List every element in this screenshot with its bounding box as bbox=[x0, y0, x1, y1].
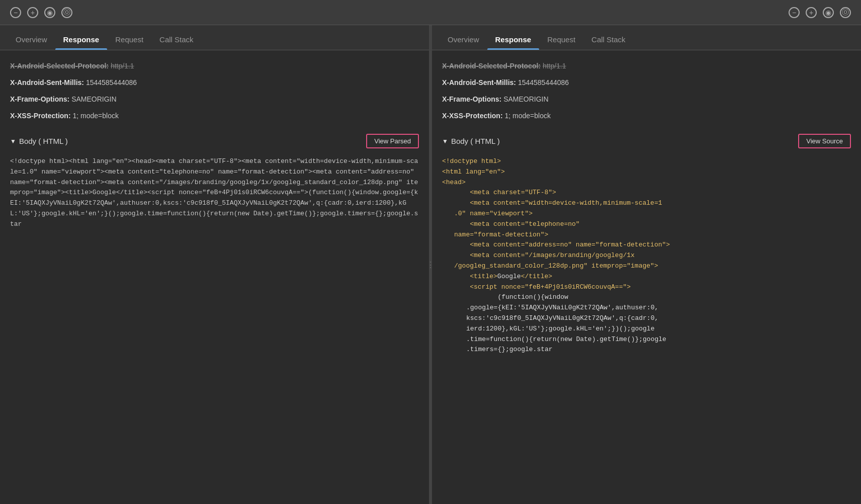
right-headers-section: X-Android-Selected-Protocol: http/1.1 X-… bbox=[442, 58, 851, 124]
right-window-controls: − + ◉ ⓞ bbox=[789, 7, 851, 18]
panel-divider[interactable] bbox=[429, 25, 432, 504]
left-panel: Overview Response Request Call Stack X-A… bbox=[0, 25, 429, 504]
left-raw-body: <!doctype html><html lang="en"><head><me… bbox=[10, 156, 419, 230]
right-tab-callstack[interactable]: Call Stack bbox=[583, 29, 634, 50]
right-body-title: ▼ Body ( HTML ) bbox=[442, 137, 500, 145]
parsed-line-5: <meta content="width=device-width,minimu… bbox=[442, 198, 851, 219]
right-stop-icon[interactable]: ◉ bbox=[823, 7, 834, 18]
parsed-line-10: <script nonce="feB+4Pj01s0iRCW6couvqA=="… bbox=[442, 282, 851, 293]
left-header-xss: X-XSS-Protection: 1; mode=block bbox=[10, 108, 419, 124]
parsed-line-8: <meta content="/images/branding/googleg/… bbox=[442, 250, 851, 272]
right-tab-request[interactable]: Request bbox=[539, 29, 583, 50]
parsed-line-2: <html lang="en"> bbox=[442, 167, 851, 178]
right-header-xss: X-XSS-Protection: 1; mode=block bbox=[442, 108, 851, 124]
right-header-frame-options: X-Frame-Options: SAMEORIGIN bbox=[442, 91, 851, 108]
right-header-protocol: X-Android-Selected-Protocol: http/1.1 bbox=[442, 58, 851, 74]
top-bar: − + ◉ ⓞ − + ◉ ⓞ bbox=[0, 0, 861, 25]
right-plus-icon[interactable]: + bbox=[806, 7, 817, 18]
left-tabs-bar: Overview Response Request Call Stack bbox=[0, 25, 429, 50]
left-tab-response[interactable]: Response bbox=[55, 29, 108, 50]
parsed-line-3: <head> bbox=[442, 178, 851, 188]
right-header-millis: X-Android-Sent-Millis: 1544585444086 bbox=[442, 74, 851, 91]
left-tab-callstack[interactable]: Call Stack bbox=[151, 29, 202, 50]
left-body-arrow: ▼ bbox=[10, 138, 16, 145]
right-parsed-body: <!doctype html> <html lang="en"> <head> … bbox=[442, 156, 851, 355]
parsed-line-9: <title>Google</title> bbox=[442, 272, 851, 282]
parsed-line-6: <meta content="telephone=no" name="forma… bbox=[442, 219, 851, 240]
right-body-header: ▼ Body ( HTML ) View Source bbox=[442, 132, 851, 150]
left-record-icon[interactable]: ⓞ bbox=[61, 7, 72, 18]
left-body-title: ▼ Body ( HTML ) bbox=[10, 137, 68, 145]
right-tab-response[interactable]: Response bbox=[487, 29, 540, 50]
right-body-arrow: ▼ bbox=[442, 138, 448, 145]
left-view-parsed-button[interactable]: View Parsed bbox=[366, 134, 419, 148]
right-body-section: ▼ Body ( HTML ) View Source <!doctype ht… bbox=[442, 132, 851, 355]
left-header-frame-options: X-Frame-Options: SAMEORIGIN bbox=[10, 91, 419, 108]
right-panel: Overview Response Request Call Stack X-A… bbox=[432, 25, 861, 504]
right-view-source-button[interactable]: View Source bbox=[798, 134, 851, 148]
left-window-controls: − + ◉ ⓞ bbox=[10, 7, 72, 18]
parsed-line-11: (function(){window .google={kEI:'5IAQXJy… bbox=[442, 292, 851, 355]
left-body-section: ▼ Body ( HTML ) View Parsed <!doctype ht… bbox=[10, 132, 419, 230]
left-content-area[interactable]: X-Android-Selected-Protocol: http/1.1 X-… bbox=[0, 50, 429, 504]
left-header-protocol: X-Android-Selected-Protocol: http/1.1 bbox=[10, 58, 419, 74]
left-headers-section: X-Android-Selected-Protocol: http/1.1 X-… bbox=[10, 58, 419, 124]
right-record-icon[interactable]: ⓞ bbox=[840, 7, 851, 18]
parsed-line-1: <!doctype html> bbox=[442, 156, 851, 167]
parsed-line-4: <meta charset="UTF-8"> bbox=[442, 188, 851, 198]
panels-container: Overview Response Request Call Stack X-A… bbox=[0, 25, 861, 504]
left-header-millis: X-Android-Sent-Millis: 1544585444086 bbox=[10, 74, 419, 91]
left-tab-overview[interactable]: Overview bbox=[8, 29, 55, 50]
right-tabs-bar: Overview Response Request Call Stack bbox=[432, 25, 861, 50]
left-tab-request[interactable]: Request bbox=[107, 29, 151, 50]
right-minus-icon[interactable]: − bbox=[789, 7, 800, 18]
right-tab-overview[interactable]: Overview bbox=[440, 29, 487, 50]
right-content-area[interactable]: X-Android-Selected-Protocol: http/1.1 X-… bbox=[432, 50, 861, 504]
left-stop-icon[interactable]: ◉ bbox=[44, 7, 55, 18]
left-body-header: ▼ Body ( HTML ) View Parsed bbox=[10, 132, 419, 150]
left-plus-icon[interactable]: + bbox=[27, 7, 38, 18]
parsed-line-7: <meta content="address=no" name="format-… bbox=[442, 240, 851, 250]
left-minus-icon[interactable]: − bbox=[10, 7, 21, 18]
